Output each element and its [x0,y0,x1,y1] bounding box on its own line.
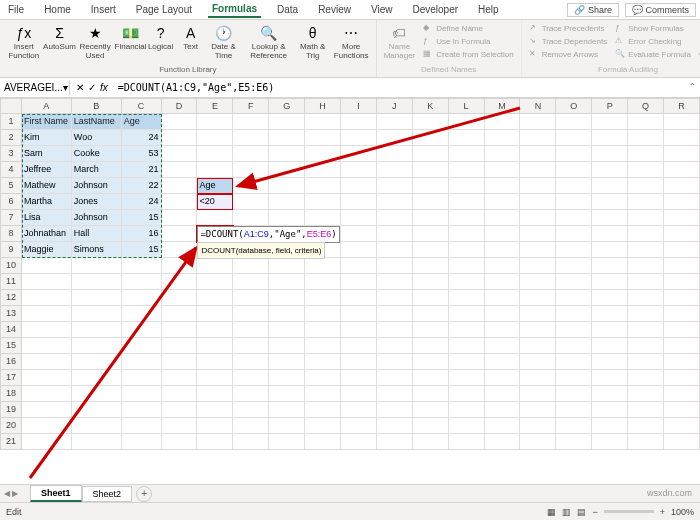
math-button[interactable]: θMath & Trig [297,22,329,63]
cell[interactable] [592,274,628,290]
tab-file[interactable]: File [4,2,28,17]
cell[interactable] [22,290,72,306]
cancel-icon[interactable]: ✕ [76,82,84,93]
cell[interactable] [628,162,664,178]
cell[interactable] [556,402,592,418]
cell[interactable] [377,338,413,354]
cell[interactable] [72,258,122,274]
trace-dependents-button[interactable]: ↘Trace Dependents [526,35,611,47]
cell[interactable] [592,322,628,338]
cell[interactable] [162,322,198,338]
comments-button[interactable]: 💬 Comments [625,3,696,17]
cell[interactable] [556,258,592,274]
cell[interactable] [22,338,72,354]
cell[interactable]: Johnson [72,178,122,194]
cell[interactable] [197,146,233,162]
cell[interactable] [197,290,233,306]
cell[interactable] [664,162,700,178]
cell[interactable] [197,162,233,178]
cell[interactable] [628,386,664,402]
cell[interactable] [664,258,700,274]
cell[interactable] [233,434,269,450]
cell[interactable] [233,130,269,146]
new-sheet-button[interactable]: + [136,486,152,502]
cell[interactable] [162,274,198,290]
cell[interactable] [449,290,485,306]
cell[interactable] [197,274,233,290]
cell[interactable] [628,130,664,146]
cell[interactable] [664,386,700,402]
cell[interactable] [592,434,628,450]
cell[interactable] [122,258,162,274]
cell[interactable] [22,258,72,274]
cell[interactable] [162,338,198,354]
cell[interactable] [122,354,162,370]
cell[interactable] [556,130,592,146]
cell[interactable] [413,146,449,162]
cell[interactable] [305,434,341,450]
cell[interactable] [485,274,521,290]
col-header[interactable]: N [520,98,556,114]
cell[interactable] [413,386,449,402]
cell[interactable] [162,226,198,242]
cell[interactable]: Simons [72,242,122,258]
cell[interactable]: Martha [22,194,72,210]
cell[interactable] [628,178,664,194]
view-normal-icon[interactable]: ▦ [547,507,556,517]
cell-editor[interactable]: =DCOUNT(A1:C9,"Age",E5:E6) [197,226,339,243]
cell[interactable] [413,434,449,450]
cell[interactable] [305,370,341,386]
cell[interactable] [485,354,521,370]
col-header[interactable]: E [197,98,233,114]
autosum-button[interactable]: ΣAutoSum [46,22,74,54]
cell[interactable] [592,354,628,370]
cell[interactable] [122,274,162,290]
cell[interactable] [22,418,72,434]
cell[interactable]: Hall [72,226,122,242]
tab-data[interactable]: Data [273,2,302,17]
cell[interactable] [592,194,628,210]
row-header[interactable]: 7 [0,210,22,226]
cell[interactable] [556,242,592,258]
cell[interactable] [305,178,341,194]
cell[interactable] [269,162,305,178]
cell[interactable] [269,306,305,322]
cell[interactable] [413,226,449,242]
name-box[interactable]: AVERAGEI...▾ [0,80,70,95]
share-button[interactable]: 🔗 Share [567,3,619,17]
cell[interactable] [413,338,449,354]
cell[interactable] [485,242,521,258]
cell[interactable] [162,114,198,130]
cell[interactable]: 15 [122,242,162,258]
cell[interactable] [520,242,556,258]
formula-input[interactable]: =DCOUNT(A1:C9,"Age",E5:E6) [114,80,700,95]
cell[interactable] [449,354,485,370]
cell[interactable] [377,210,413,226]
create-selection-button[interactable]: ▦Create from Selection [420,48,516,60]
cell[interactable] [449,114,485,130]
cell[interactable] [122,434,162,450]
cell[interactable] [449,130,485,146]
sheet-tab[interactable]: Sheet1 [30,485,82,502]
cell[interactable] [520,354,556,370]
cell[interactable] [485,194,521,210]
sheet-tab[interactable]: Sheet2 [82,486,133,502]
cell[interactable] [664,290,700,306]
row-header[interactable]: 14 [0,322,22,338]
row-header[interactable]: 3 [0,146,22,162]
cell[interactable] [628,210,664,226]
cell[interactable] [628,194,664,210]
cell[interactable] [341,258,377,274]
cell[interactable] [556,290,592,306]
cell[interactable] [269,258,305,274]
cell[interactable] [556,146,592,162]
row-header[interactable]: 15 [0,338,22,354]
cell[interactable] [413,258,449,274]
row-header[interactable]: 12 [0,290,22,306]
tab-formulas[interactable]: Formulas [208,1,261,18]
cell[interactable] [592,370,628,386]
cell[interactable] [377,386,413,402]
fx-icon[interactable]: fx [100,82,108,93]
cell[interactable] [556,322,592,338]
cell[interactable] [162,178,198,194]
